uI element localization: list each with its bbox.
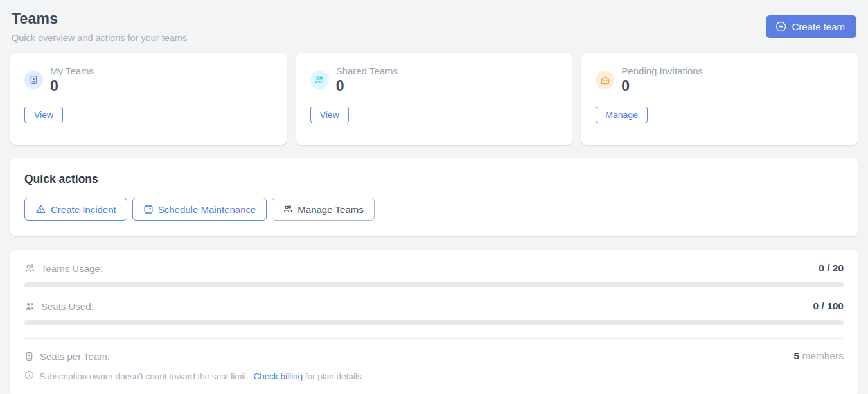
stat-value: 0 — [621, 78, 703, 94]
stat-card-pending-invitations: Pending Invitations 0 Manage — [581, 53, 858, 145]
mail-open-icon — [596, 71, 614, 89]
seats-used-progressbar — [24, 320, 844, 325]
manage-invitations-button[interactable]: Manage — [596, 107, 648, 123]
stat-top: Pending Invitations 0 — [596, 65, 844, 94]
page-title: Teams — [12, 10, 187, 28]
stat-top: My Teams 0 — [24, 65, 272, 94]
seat-limit-note: Subscription owner doesn't count toward … — [24, 370, 844, 382]
users-filled-icon — [24, 301, 35, 312]
teams-usage-label-wrap: Teams Usage: — [24, 263, 103, 274]
seats-per-team-number: 5 — [793, 350, 799, 361]
seats-per-team-label: Seats per Team: — [40, 351, 110, 362]
teams-usage-value: 0 / 20 — [819, 262, 844, 274]
teams-usage-row: Teams Usage: 0 / 20 — [24, 262, 844, 274]
quick-actions-buttons: Create Incident Schedule Maintenance — [24, 198, 844, 221]
usage-panel: Teams Usage: 0 / 20 Seats Used: 0 / 100 — [10, 250, 858, 394]
schedule-maintenance-label: Schedule Maintenance — [158, 204, 256, 215]
quick-actions-title: Quick actions — [24, 173, 844, 186]
seats-used-value: 0 / 100 — [813, 300, 844, 312]
note-text: Subscription owner doesn't count toward … — [39, 372, 364, 381]
create-incident-label: Create Incident — [51, 204, 116, 215]
stat-card-my-teams: My Teams 0 View — [10, 53, 287, 145]
stats-row: My Teams 0 View Shared Teams — [10, 53, 858, 145]
badge-icon — [24, 352, 34, 361]
page-header: Teams Quick overview and actions for you… — [10, 9, 858, 43]
seats-used-label-wrap: Seats Used: — [24, 301, 94, 312]
stat-value: 0 — [50, 78, 94, 94]
create-incident-button[interactable]: Create Incident — [24, 198, 127, 221]
stat-texts: Shared Teams 0 — [336, 65, 398, 94]
view-shared-teams-button[interactable]: View — [310, 107, 349, 123]
seats-per-team-row: Seats per Team: 5 members — [24, 350, 844, 362]
teams-usage-progressbar — [24, 282, 844, 287]
note-text-after: for plan details. — [303, 372, 364, 381]
view-my-teams-button[interactable]: View — [24, 107, 63, 123]
header-text: Teams Quick overview and actions for you… — [12, 10, 187, 43]
warning-icon — [35, 204, 46, 214]
stat-texts: Pending Invitations 0 — [621, 65, 703, 94]
usage-divider — [24, 338, 844, 339]
users-icon — [283, 204, 293, 214]
stat-texts: My Teams 0 — [50, 65, 94, 94]
stat-label: Pending Invitations — [621, 65, 703, 76]
seats-per-team-suffix: members — [799, 350, 844, 361]
stat-value: 0 — [336, 78, 398, 94]
page-subtitle: Quick overview and actions for your team… — [12, 33, 187, 43]
create-team-button[interactable]: Create team — [766, 15, 856, 38]
teams-page: Teams Quick overview and actions for you… — [0, 0, 868, 394]
note-text-before: Subscription owner doesn't count toward … — [39, 372, 254, 381]
seats-per-team-label-wrap: Seats per Team: — [24, 351, 110, 362]
stat-label: Shared Teams — [336, 65, 398, 76]
stat-label: My Teams — [50, 65, 94, 76]
seats-used-row: Seats Used: 0 / 100 — [24, 300, 844, 312]
check-billing-link[interactable]: Check billing — [254, 372, 303, 381]
stat-card-shared-teams: Shared Teams 0 View — [296, 53, 572, 145]
seats-used-label: Seats Used: — [41, 301, 94, 312]
create-team-label: Create team — [792, 21, 845, 32]
badge-icon — [24, 71, 43, 89]
calendar-icon — [143, 204, 154, 214]
info-icon — [24, 370, 34, 382]
stat-top: Shared Teams 0 — [310, 65, 558, 94]
manage-teams-button[interactable]: Manage Teams — [272, 198, 374, 221]
schedule-maintenance-button[interactable]: Schedule Maintenance — [132, 198, 267, 221]
seats-per-team-value: 5 members — [793, 350, 844, 362]
users-outline-icon — [24, 263, 35, 274]
users-icon — [310, 71, 329, 89]
manage-teams-label: Manage Teams — [297, 204, 363, 215]
teams-usage-label: Teams Usage: — [41, 263, 103, 274]
plus-circle-icon — [775, 21, 786, 32]
quick-actions-panel: Quick actions Create Incident — [10, 158, 858, 236]
